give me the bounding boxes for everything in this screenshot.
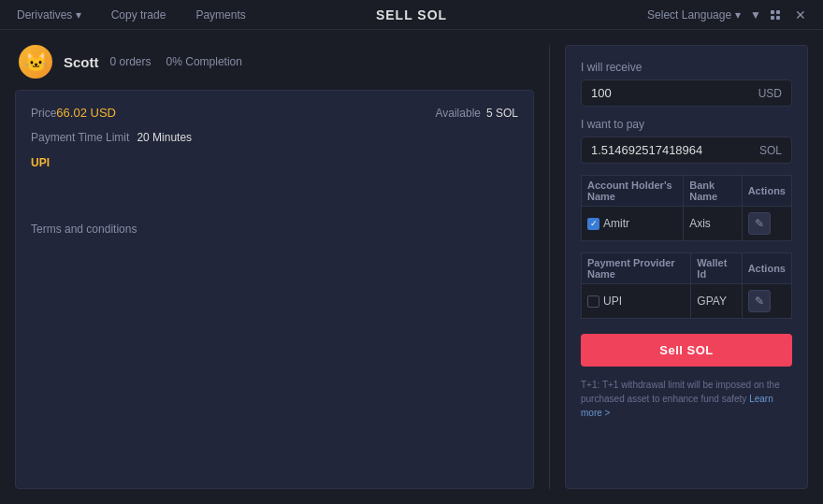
receive-amount: 100: [591, 86, 612, 100]
language-selector[interactable]: Select Language ▾: [647, 8, 741, 22]
nav-copy-trade[interactable]: Copy trade: [106, 5, 172, 25]
close-button[interactable]: ✕: [789, 4, 812, 26]
terms-link[interactable]: Terms and conditions: [31, 223, 137, 236]
nav-right: Select Language ▾ ▼ ✕: [647, 4, 812, 26]
upi-row-wallet-cell: GPAY: [691, 284, 742, 319]
pay-label: I want to pay: [581, 118, 792, 131]
table-row: ✓ Amitr Axis ✎: [582, 207, 792, 241]
modal-body: 🐱 Scott 0 orders 0% Completion Price 66.…: [0, 30, 823, 504]
upi-row-provider-cell: UPI: [582, 284, 691, 319]
completion-rate: 0% Completion: [166, 55, 242, 68]
pay-section: I want to pay 1.514692517418964 SOL: [581, 118, 792, 164]
offer-info-card: Price 66.02 USD Available 5 SOL Payment …: [15, 90, 534, 489]
checkmark-icon: ✓: [590, 220, 598, 228]
bank-row-actions-cell: ✎: [742, 207, 791, 241]
payment-limit-row: Payment Time Limit 20 Minutes: [31, 131, 518, 144]
bank-col-actions: Actions: [742, 176, 791, 207]
payment-method-badge: UPI: [31, 155, 518, 184]
bank-table-section: Account Holder's Name Bank Name Actions …: [581, 175, 792, 241]
upi-col-actions: Actions: [742, 253, 791, 284]
notice-text: T+1: T+1 withdrawal limit will be impose…: [581, 378, 792, 420]
left-panel: 🐱 Scott 0 orders 0% Completion Price 66.…: [15, 45, 534, 489]
edit-upi-button[interactable]: ✎: [748, 290, 771, 312]
available-label: Available: [435, 107, 480, 120]
panel-divider: [549, 45, 550, 489]
chevron-down-icon: ▾: [735, 8, 741, 22]
bank-row-bank-cell: Axis: [684, 207, 742, 241]
nav-derivatives[interactable]: Derivatives ▾: [11, 5, 87, 25]
bank-col-name: Account Holder's Name: [582, 176, 684, 207]
account-holder-name: Amitr: [603, 217, 629, 230]
modal-title: SELL SOL: [376, 7, 447, 22]
nav-payments[interactable]: Payments: [190, 5, 251, 25]
payment-time-label: Payment Time Limit: [31, 131, 129, 144]
provider-name: UPI: [603, 295, 622, 308]
filter-icon[interactable]: ▼: [750, 8, 761, 22]
upi-col-wallet: Wallet Id: [691, 253, 742, 284]
bank-col-bank: Bank Name: [684, 176, 742, 207]
upi-row-actions-cell: ✎: [742, 284, 791, 319]
language-label: Select Language: [647, 8, 731, 22]
upi-col-provider: Payment Provider Name: [582, 253, 691, 284]
available-value: 5 SOL: [486, 107, 518, 120]
user-info: 🐱 Scott 0 orders 0% Completion: [15, 45, 534, 79]
user-stats: 0 orders 0% Completion: [110, 55, 242, 68]
receive-input[interactable]: 100 USD: [581, 79, 792, 107]
grid-icon[interactable]: [771, 10, 780, 20]
bank-table: Account Holder's Name Bank Name Actions …: [581, 175, 792, 241]
avatar: 🐱: [19, 45, 52, 79]
edit-icon: ✎: [755, 295, 764, 308]
pay-input[interactable]: 1.514692517418964 SOL: [581, 137, 792, 164]
top-nav: Derivatives ▾ Copy trade Payments SELL S…: [0, 0, 823, 30]
upi-table: Payment Provider Name Wallet Id Actions …: [581, 252, 792, 319]
receive-section: I will receive 100 USD: [581, 61, 792, 107]
sell-button[interactable]: Sell SOL: [581, 334, 792, 367]
price-value: 66.02 USD: [56, 106, 116, 120]
table-row: UPI GPAY ✎: [582, 284, 792, 319]
bank-row-name-cell: ✓ Amitr: [582, 207, 684, 241]
payment-time-value: 20 Minutes: [137, 131, 192, 144]
edit-icon: ✎: [755, 217, 764, 230]
price-row: Price 66.02 USD Available 5 SOL: [31, 106, 518, 120]
orders-count: 0 orders: [110, 55, 152, 68]
edit-bank-button[interactable]: ✎: [748, 212, 771, 235]
username: Scott: [64, 54, 99, 70]
pay-amount: 1.514692517418964: [591, 143, 702, 157]
pay-currency: SOL: [759, 144, 782, 157]
receive-currency: USD: [758, 87, 782, 100]
upi-table-section: Payment Provider Name Wallet Id Actions …: [581, 252, 792, 319]
right-panel: I will receive 100 USD I want to pay 1.5…: [565, 45, 808, 489]
bank-checkbox-checked[interactable]: ✓: [587, 218, 599, 230]
price-label: Price: [31, 107, 56, 120]
upi-checkbox-unchecked[interactable]: [587, 295, 599, 308]
avatar-emoji: 🐱: [24, 52, 48, 71]
receive-label: I will receive: [581, 61, 792, 74]
